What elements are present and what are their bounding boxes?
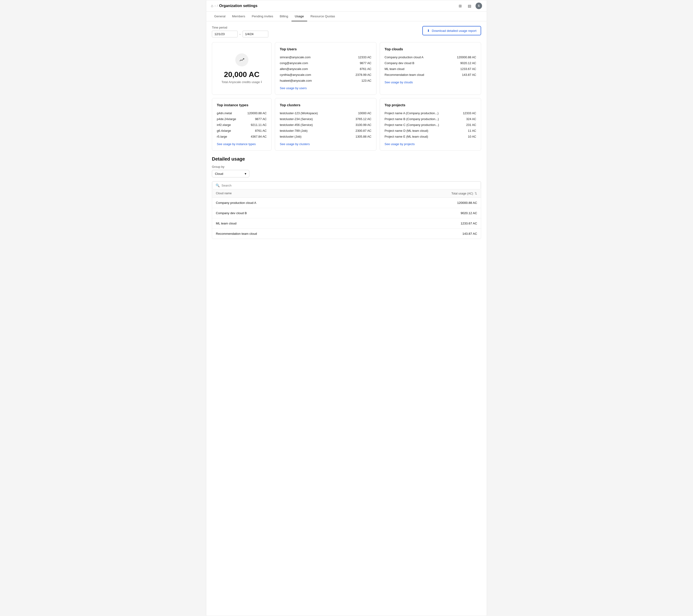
row-name: allen@anyscale.com — [280, 67, 308, 71]
see-usage-by-users-link[interactable]: See usage by users — [280, 86, 307, 90]
top-clusters-card: Top clusters testcluster-123 (Workspace)… — [275, 98, 376, 151]
row-value: 11 AC — [468, 129, 476, 132]
top-instance-types-rows: g4dn.metal120000.88 ACp4de.24xlarge9877 … — [217, 110, 267, 140]
see-usage-by-clusters-link[interactable]: See usage by clusters — [280, 142, 310, 146]
total-ac-card: 20,000 AC Total Anyscale credits usage ℹ — [212, 42, 272, 95]
row-name: huaiwei@anyscale.com — [280, 79, 312, 82]
row-name: Company dev cloud B — [216, 211, 247, 215]
table-header: Cloud name Total usage (AC) ⇅ — [212, 189, 481, 198]
row-value: 123 AC — [361, 79, 372, 82]
sort-icon[interactable]: ⇅ — [475, 192, 477, 195]
top-users-rows: simran@anyscale.com12333 ACcong@anyscale… — [280, 54, 372, 84]
top-projects-title: Top projects — [385, 103, 476, 107]
row-value: 120000.88 AC — [457, 201, 477, 205]
row-name: testcluster-123 (Workspace) — [280, 111, 318, 115]
content: Time period - ⬇ Download detailed usage … — [206, 21, 487, 244]
info-icon[interactable]: ℹ — [261, 80, 262, 84]
list-item: Project name B (Company production...)32… — [385, 116, 476, 122]
row-value: 1305.88 AC — [356, 135, 372, 138]
list-item: r5.large4367.84 AC — [217, 134, 267, 140]
tab-resource-quotas[interactable]: Resource Quotas — [307, 12, 338, 21]
list-item: testcluster (Job)1305.88 AC — [280, 134, 372, 140]
list-item: allen@anyscale.com8761 AC — [280, 66, 372, 72]
total-ac-label: Total Anyscale credits usage ℹ — [221, 80, 262, 84]
row-value: 1233.67 AC — [460, 67, 476, 71]
group-by-label: Group by — [212, 165, 481, 168]
see-usage-by-projects-link[interactable]: See usage by projects — [385, 142, 415, 146]
header: ⌂ › / Organization settings ⊞ ▤ S — [206, 0, 487, 12]
row-value: 120000.88 AC — [457, 56, 476, 59]
list-item: p4de.24xlarge9877 AC — [217, 116, 267, 122]
row-value: 9020.12 AC — [460, 61, 476, 65]
search-input[interactable] — [221, 184, 477, 187]
see-usage-by-instance-types-link[interactable]: See usage by instance types — [217, 142, 256, 146]
list-item: g4dn.metal120000.88 AC — [217, 110, 267, 116]
list-item: Project name E (ML team cloud)10 AC — [385, 134, 476, 140]
col-cloud-name: Cloud name — [216, 192, 232, 195]
chevron-down-icon: ▾ — [245, 172, 246, 176]
row-value: 3765.12 AC — [356, 117, 372, 121]
row-name: testcluster-234 (Service) — [280, 117, 313, 121]
row-value: 4367.84 AC — [251, 135, 267, 138]
row-value: 10 AC — [468, 135, 476, 138]
search-icon: 🔍 — [216, 184, 220, 187]
date-end-input[interactable] — [242, 30, 268, 38]
list-item: Project name C (Company production...)23… — [385, 122, 476, 128]
top-users-card: Top Users simran@anyscale.com12333 ACcon… — [275, 42, 376, 95]
row-value: 12333 AC — [358, 56, 371, 59]
nav-tabs: General Members Pending invites Billing … — [206, 12, 487, 21]
row-name: inf2.xlarge — [217, 123, 231, 127]
tab-general[interactable]: General — [211, 12, 229, 21]
table-row: ML team cloud1233.67 AC — [212, 218, 481, 229]
grid-icon[interactable]: ⊞ — [457, 3, 463, 9]
row-name: testcluster-456 (Service) — [280, 123, 313, 127]
row-name: Project name A (Company production...) — [385, 111, 439, 115]
top-clusters-rows: testcluster-123 (Workspace)10000 ACtestc… — [280, 110, 372, 140]
row-name: Recommendation team cloud — [216, 232, 257, 235]
download-label: Download detailed usage report — [432, 29, 476, 33]
top-users-title: Top Users — [280, 47, 372, 51]
download-icon: ⬇ — [427, 29, 430, 33]
top-projects-rows: Project name A (Company production...)12… — [385, 110, 476, 140]
list-item: testcluster-123 (Workspace)10000 AC — [280, 110, 372, 116]
row-value: 8761 AC — [360, 67, 372, 71]
breadcrumb-slash: / — [217, 4, 218, 7]
tab-billing[interactable]: Billing — [277, 12, 292, 21]
row-value: 231 AC — [466, 123, 476, 127]
date-start-input[interactable] — [212, 30, 238, 38]
top-clouds-card: Top clouds Company production cloud A120… — [380, 42, 481, 95]
group-by-value: Cloud — [215, 172, 223, 176]
row-value: 9877 AC — [255, 117, 267, 121]
row-value: 9877 AC — [360, 61, 372, 65]
table-row: Recommendation team cloud143.87 AC — [212, 229, 481, 239]
page-title: Organization settings — [219, 4, 258, 8]
tab-usage[interactable]: Usage — [292, 12, 307, 21]
tab-pending-invites[interactable]: Pending invites — [249, 12, 277, 21]
list-item: inf2.xlarge9211.11 AC — [217, 122, 267, 128]
row-value: 9020.12 AC — [460, 211, 477, 215]
detailed-usage-table-wrapper: 🔍 Cloud name Total usage (AC) ⇅ Company … — [212, 181, 481, 239]
chevron-down-icon: › — [215, 4, 216, 7]
detailed-usage-title: Detailed usage — [212, 156, 481, 162]
avatar[interactable]: S — [475, 3, 482, 9]
row-name: g6.4xlarge — [217, 129, 231, 132]
list-item: testcluster-234 (Service)3765.12 AC — [280, 116, 372, 122]
home-icon[interactable]: ⌂ — [211, 4, 213, 8]
row-value: 324 AC — [466, 117, 476, 121]
row-name: ML team cloud — [385, 67, 404, 71]
see-usage-by-clouds-link[interactable]: See usage by clouds — [385, 81, 413, 84]
row-name: Project name D (ML team cloud) — [385, 129, 429, 132]
row-value: 2378.99 AC — [356, 73, 372, 77]
list-item: Project name A (Company production...)12… — [385, 110, 476, 116]
book-icon[interactable]: ▤ — [466, 3, 473, 9]
row-name: r5.large — [217, 135, 227, 138]
row-name: ML team cloud — [216, 222, 236, 225]
download-report-button[interactable]: ⬇ Download detailed usage report — [422, 26, 481, 35]
top-clouds-rows: Company production cloud A120000.88 ACCo… — [385, 54, 476, 78]
header-left: ⌂ › / Organization settings — [211, 4, 258, 8]
row-name: simran@anyscale.com — [280, 56, 311, 59]
group-by-select[interactable]: Cloud ▾ — [212, 170, 249, 178]
tab-members[interactable]: Members — [229, 12, 249, 21]
row-value: 120000.88 AC — [248, 111, 267, 115]
top-cards-row: 20,000 AC Total Anyscale credits usage ℹ… — [212, 42, 481, 95]
